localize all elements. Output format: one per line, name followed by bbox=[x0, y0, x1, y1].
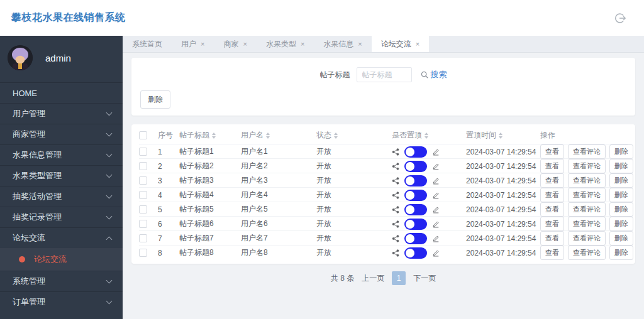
edit-icon[interactable] bbox=[432, 163, 440, 170]
edit-icon[interactable] bbox=[432, 220, 440, 228]
sidebar-item[interactable]: 用户管理 bbox=[0, 103, 123, 124]
delete-row-button[interactable]: 删除 bbox=[609, 217, 633, 231]
view-button[interactable]: 查看 bbox=[540, 144, 564, 159]
sidebar-menu: HOME 用户管理 商家管理 水果信息管理 水果类型管理 抽奖活动管理 抽奖记录… bbox=[0, 82, 123, 319]
delete-row-button[interactable]: 删除 bbox=[609, 246, 633, 260]
row-checkbox[interactable] bbox=[139, 148, 147, 156]
tab[interactable]: 系统首页 bbox=[123, 36, 172, 52]
delete-button[interactable]: 删除 bbox=[140, 90, 170, 109]
row-checkbox[interactable] bbox=[139, 220, 147, 228]
view-button[interactable]: 查看 bbox=[540, 217, 564, 231]
tab[interactable]: 水果信息 × bbox=[314, 36, 371, 52]
delete-row-button[interactable]: 删除 bbox=[609, 159, 633, 173]
view-comments-button[interactable]: 查看评论 bbox=[568, 246, 606, 260]
view-button[interactable]: 查看 bbox=[540, 231, 564, 246]
sort-carets[interactable] bbox=[212, 132, 216, 139]
view-button[interactable]: 查看 bbox=[540, 188, 564, 202]
search-input[interactable] bbox=[357, 67, 412, 82]
logout-button[interactable] bbox=[614, 12, 626, 24]
share-icon[interactable] bbox=[392, 163, 399, 170]
view-comments-button[interactable]: 查看评论 bbox=[568, 231, 606, 246]
pin-time: 2024-03-07 14:29:54 bbox=[466, 205, 540, 214]
page-number[interactable]: 1 bbox=[392, 271, 406, 285]
delete-row-button[interactable]: 删除 bbox=[609, 144, 633, 159]
pin-toggle[interactable] bbox=[404, 175, 427, 187]
delete-row-button[interactable]: 删除 bbox=[609, 202, 633, 217]
share-icon[interactable] bbox=[392, 148, 399, 156]
next-page-button[interactable]: 下一页 bbox=[413, 273, 436, 284]
view-comments-button[interactable]: 查看评论 bbox=[568, 173, 606, 188]
pin-toggle[interactable] bbox=[404, 190, 427, 201]
edit-icon[interactable] bbox=[432, 177, 440, 185]
tab-close-icon[interactable]: × bbox=[358, 41, 362, 48]
row-checkbox[interactable] bbox=[139, 234, 147, 242]
tab[interactable]: 水果类型 × bbox=[257, 36, 314, 52]
tab-close-icon[interactable]: × bbox=[201, 41, 204, 48]
pin-toggle[interactable] bbox=[404, 204, 427, 215]
sidebar-item[interactable]: 订单管理 bbox=[0, 291, 123, 312]
delete-row-button[interactable]: 删除 bbox=[609, 173, 633, 188]
search-button[interactable]: 搜索 bbox=[421, 69, 447, 80]
view-button[interactable]: 查看 bbox=[540, 173, 564, 188]
share-icon[interactable] bbox=[392, 192, 399, 199]
pin-toggle[interactable] bbox=[404, 247, 427, 259]
sidebar-item-label: 商家管理 bbox=[13, 129, 45, 140]
sidebar-item[interactable]: 抽奖活动管理 bbox=[0, 186, 123, 207]
sort-carets[interactable] bbox=[266, 132, 270, 139]
sort-carets[interactable] bbox=[334, 132, 338, 139]
sidebar-item[interactable]: 商家管理 bbox=[0, 124, 123, 144]
sidebar-item[interactable]: 抽奖记录管理 bbox=[0, 207, 123, 227]
toggle-knob bbox=[406, 148, 414, 156]
app-header: 攀枝花水果在线销售系统 bbox=[0, 0, 644, 36]
tab[interactable]: 用户 × bbox=[172, 36, 214, 52]
sort-carets[interactable] bbox=[425, 132, 428, 139]
share-icon[interactable] bbox=[392, 235, 399, 242]
sidebar-item[interactable]: 论坛交流 bbox=[0, 227, 123, 248]
sidebar-subitem[interactable]: 论坛交流 bbox=[0, 248, 123, 271]
edit-icon[interactable] bbox=[432, 249, 440, 257]
sidebar-item[interactable]: 水果类型管理 bbox=[0, 165, 123, 186]
tab[interactable]: 论坛交流 × bbox=[372, 36, 429, 52]
share-icon[interactable] bbox=[392, 177, 399, 185]
view-button[interactable]: 查看 bbox=[540, 246, 564, 260]
edit-icon[interactable] bbox=[432, 206, 440, 214]
row-checkbox[interactable] bbox=[139, 162, 147, 170]
row-checkbox[interactable] bbox=[139, 205, 147, 214]
row-index: 3 bbox=[158, 176, 179, 185]
sort-carets[interactable] bbox=[499, 132, 502, 139]
view-comments-button[interactable]: 查看评论 bbox=[568, 217, 606, 231]
row-checkbox[interactable] bbox=[139, 191, 147, 199]
view-comments-button[interactable]: 查看评论 bbox=[568, 188, 606, 202]
edit-icon[interactable] bbox=[432, 235, 440, 242]
tab-close-icon[interactable]: × bbox=[416, 41, 419, 48]
prev-page-button[interactable]: 上一页 bbox=[362, 273, 384, 284]
sidebar-item-label: 订单管理 bbox=[13, 296, 45, 308]
delete-row-button[interactable]: 删除 bbox=[609, 231, 633, 246]
view-comments-button[interactable]: 查看评论 bbox=[568, 202, 606, 217]
user-name: 用户名6 bbox=[241, 219, 316, 229]
view-comments-button[interactable]: 查看评论 bbox=[568, 144, 606, 159]
sidebar-item[interactable]: 系统管理 bbox=[0, 271, 123, 291]
edit-icon[interactable] bbox=[432, 192, 440, 199]
view-button[interactable]: 查看 bbox=[540, 202, 564, 217]
view-comments-button[interactable]: 查看评论 bbox=[568, 159, 606, 173]
row-checkbox[interactable] bbox=[139, 249, 147, 257]
tab[interactable]: 商家 × bbox=[214, 36, 256, 52]
delete-row-button[interactable]: 删除 bbox=[609, 188, 633, 202]
share-icon[interactable] bbox=[392, 220, 399, 228]
row-checkbox[interactable] bbox=[139, 176, 147, 185]
sidebar-item[interactable]: HOME bbox=[0, 82, 123, 103]
header-checkbox[interactable] bbox=[139, 131, 147, 139]
tab-close-icon[interactable]: × bbox=[243, 41, 247, 48]
edit-icon[interactable] bbox=[432, 148, 440, 156]
column-header: 操作 bbox=[540, 130, 628, 141]
share-icon[interactable] bbox=[392, 206, 399, 214]
sidebar-item[interactable]: 水果信息管理 bbox=[0, 144, 123, 165]
share-icon[interactable] bbox=[392, 249, 399, 257]
pin-toggle[interactable] bbox=[404, 146, 427, 158]
tab-close-icon[interactable]: × bbox=[301, 41, 304, 48]
view-button[interactable]: 查看 bbox=[540, 159, 564, 173]
pin-toggle[interactable] bbox=[404, 161, 427, 172]
pin-toggle[interactable] bbox=[404, 219, 427, 230]
pin-toggle[interactable] bbox=[404, 233, 427, 244]
